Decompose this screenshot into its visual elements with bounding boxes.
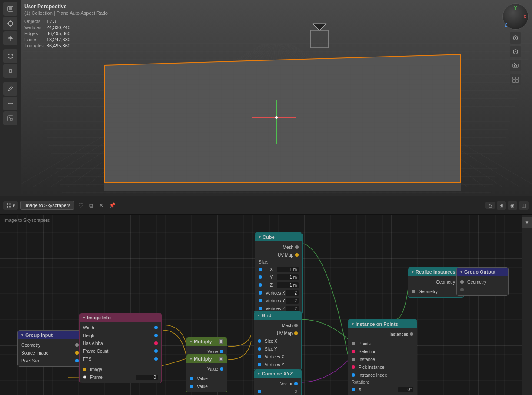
svg-rect-22 — [514, 63, 515, 64]
node-realize-body: Geometry Geometry — [408, 276, 464, 297]
node-multiply-2-in1-row: Value — [186, 375, 227, 382]
node-grid-vertexy-row: Vertices Y — [254, 361, 301, 368]
width-out-socket — [154, 326, 158, 329]
svg-rect-24 — [516, 77, 518, 79]
node-image-info-header: ▾ Image Info — [80, 313, 161, 322]
svg-point-21 — [515, 65, 517, 67]
node-instance-body: Instances Points Selection Instance Pick… — [348, 328, 417, 395]
prop-editor-btn[interactable]: ◫ — [519, 201, 529, 210]
toolbar-select[interactable] — [3, 2, 17, 16]
node-instance-instindex-row: Instance Index — [348, 371, 417, 379]
left-toolbar — [0, 0, 21, 196]
node-editor-type-btn[interactable]: ▾ — [3, 201, 18, 210]
node-grid-header: ▾ Grid — [254, 311, 301, 320]
node-multiply-2[interactable]: ▾ Multiply II Value Value Value — [186, 354, 227, 392]
node-cube[interactable]: ▾ Cube Mesh UV Map Size: X Y — [255, 232, 303, 315]
right-nav: X Y Z — [502, 3, 529, 85]
node-image-info[interactable]: ▾ Image Info Width Height Has Alpha Fram… — [79, 313, 162, 383]
node-imageinfo-height-row: Height — [80, 331, 161, 339]
toolbar-scale[interactable] — [3, 64, 17, 78]
group-output-dot — [460, 288, 464, 291]
node-combine-vector-row: Vector — [254, 380, 301, 388]
nav-sphere[interactable]: X Y Z — [502, 3, 529, 30]
node-instance-instance-row: Instance — [348, 355, 417, 363]
combine-x-socket — [258, 390, 261, 393]
frame-input[interactable]: 0 — [136, 375, 158, 380]
node-tree-title: Image to Skyscrapers — [20, 201, 74, 210]
cube-vz-socket — [259, 307, 262, 310]
svg-point-28 — [9, 203, 11, 205]
nav-z-axis: Z — [505, 23, 507, 27]
svg-point-2 — [8, 21, 13, 26]
node-group-output-dot-row — [457, 286, 508, 294]
toolbar-measure[interactable] — [3, 97, 17, 110]
viewport-shading-btn[interactable]: ◉ — [508, 201, 517, 210]
close-tree-icon[interactable]: ✕ — [97, 202, 105, 209]
node-imageinfo-frame-row: Frame 0 — [80, 373, 161, 381]
toolbar-cursor[interactable] — [3, 17, 17, 30]
node-imageinfo-framecount-row: Frame Count — [80, 347, 161, 355]
mult2-in2-socket — [190, 385, 193, 388]
group-output-geom-socket — [460, 280, 464, 284]
node-instance-ry-row: Y — [348, 393, 417, 395]
pin-icon[interactable]: 📌 — [108, 202, 117, 208]
toolbar-add[interactable] — [3, 111, 17, 125]
overlay-btn[interactable]: ⊞ — [497, 201, 506, 210]
node-cube-uvmap-row: UV Map — [255, 251, 302, 259]
cube-vx-input[interactable] — [286, 290, 299, 296]
combine-vector-socket — [294, 382, 298, 385]
node-combine-xyz[interactable]: ▾ Combine XYZ Vector X Y Z — [254, 369, 302, 395]
node-combine-x-row: X — [254, 388, 301, 395]
node-realize-header: ▾ Realize Instances — [408, 268, 464, 276]
node-grid-sizex-row: Size X — [254, 337, 301, 345]
3d-viewport[interactable]: User Perspective (1) Collection | Plane … — [0, 0, 532, 196]
node-group-output[interactable]: ▾ Group Output Geometry — [456, 267, 509, 296]
cube-vy-input[interactable] — [286, 298, 299, 304]
cube-mesh-socket — [295, 245, 299, 249]
node-imageinfo-width-row: Width — [80, 324, 161, 331]
copy-icon[interactable]: ⧉ — [88, 202, 95, 209]
camera-icon[interactable] — [510, 60, 521, 71]
node-cube-x-row: X — [255, 265, 302, 273]
node-instance-on-points[interactable]: ▾ Instance on Points Instances Points Se… — [348, 319, 417, 395]
grid-icon[interactable] — [510, 74, 521, 85]
node-cube-body: Mesh UV Map Size: X Y Z — [255, 241, 302, 314]
node-group-input-header: ▾ Group Input — [18, 331, 82, 339]
view-btn[interactable] — [485, 202, 495, 209]
zoom-out-icon[interactable] — [510, 46, 521, 57]
triangles-label: Triangles — [24, 43, 47, 49]
toolbar-sep-1 — [4, 47, 17, 47]
toolbar-rotate[interactable] — [3, 49, 17, 63]
heart-icon[interactable]: ♡ — [77, 202, 85, 209]
instance-rx-input[interactable] — [398, 387, 413, 392]
cube-y-input[interactable] — [277, 274, 299, 280]
mult1-out-socket — [220, 350, 223, 353]
instance-instindex-socket — [352, 373, 355, 377]
node-cube-vx-row: Vertices X — [255, 289, 302, 297]
grid-vertexx-socket — [258, 355, 261, 358]
node-imageinfo-hasalpha-row: Has Alpha — [80, 339, 161, 347]
node-imageinfo-image-row: Image — [80, 365, 161, 373]
cube-vx-socket — [259, 291, 262, 295]
toolbar-annotate[interactable] — [3, 82, 17, 96]
source-image-out-socket — [75, 351, 79, 355]
grid-sizey-socket — [258, 347, 261, 351]
cube-x-input[interactable] — [277, 267, 299, 272]
cube-z-input[interactable] — [277, 282, 299, 288]
node-realize-instances[interactable]: ▾ Realize Instances Geometry Geometry — [408, 267, 464, 298]
svg-rect-26 — [516, 80, 518, 82]
node-group-input[interactable]: ▾ Group Input Geometry Source Image Pixe… — [17, 330, 83, 367]
nav-x-axis: X — [523, 14, 526, 19]
node-grid[interactable]: ▾ Grid Mesh UV Map Size X Size Y Ver — [254, 311, 302, 371]
toolbar-move[interactable] — [3, 31, 17, 45]
node-toolbar-icon-1[interactable]: ▼ — [522, 217, 532, 228]
node-grid-sizey-row: Size Y — [254, 345, 301, 353]
zoom-in-icon[interactable] — [510, 32, 521, 44]
edges-label: Edges — [24, 30, 47, 37]
geometry-out-socket — [75, 343, 79, 347]
node-group-input-pixelsize-row: Pixel Size — [18, 357, 82, 365]
node-editor[interactable]: Image to Skyscrapers ▾ Group Input — [0, 215, 532, 395]
node-instance-out-row: Instances — [348, 330, 417, 338]
node-multiply-2-in2-row: Value — [186, 382, 227, 390]
node-cube-header: ▾ Cube — [255, 233, 302, 241]
